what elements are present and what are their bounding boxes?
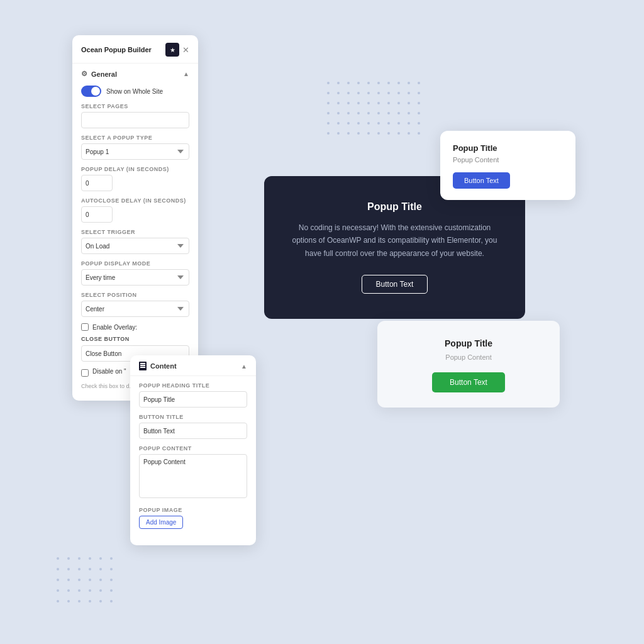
popup-delay-label: POPUP DELAY (IN SECONDS) (81, 166, 189, 172)
white-popup-bottom-content: Popup Content (395, 353, 542, 361)
general-panel: Ocean Popup Builder ★ ✕ ⚙ General ▲ Show… (72, 35, 198, 401)
popup-image-field: POPUP IMAGE Add Image (139, 507, 247, 529)
general-section-header: ⚙ General ▲ (72, 64, 198, 83)
dot-pattern-top-right: (function(){ const c = document.currentS… (327, 82, 424, 138)
content-panel-body: POPUP HEADING TITLE BUTTON TITLE POPUP C… (130, 379, 256, 529)
white-popup-top-content: Popup Content (453, 156, 563, 164)
show-whole-site-toggle[interactable] (81, 86, 101, 97)
white-popup-top: Popup Title Popup Content Button Text (440, 131, 575, 200)
disable-label: Disable on " (92, 368, 126, 375)
general-title: General (91, 70, 117, 78)
general-section-title: ⚙ General (81, 70, 117, 78)
add-image-button[interactable]: Add Image (139, 516, 183, 529)
autoclose-delay-label: AUTOCLOSE DELAY (IN SECONDS) (81, 197, 189, 204)
popup-image-label: POPUP IMAGE (139, 507, 247, 513)
position-field: SELECT POSITION Center Top Left Top Righ… (81, 292, 189, 317)
star-button[interactable]: ★ (165, 43, 179, 57)
close-button-label: CLOSE BUTTON (81, 336, 189, 342)
popup-content-label: POPUP CONTENT (139, 445, 247, 452)
dark-popup-title: Popup Title (287, 201, 502, 213)
display-mode-label: POPUP DISPLAY MODE (81, 260, 189, 267)
button-title-label: BUTTON TITLE (139, 414, 247, 420)
heading-title-input[interactable] (139, 391, 247, 408)
autoclose-delay-field: AUTOCLOSE DELAY (IN SECONDS) (81, 197, 189, 223)
trigger-select[interactable]: On Load On Scroll On Click (81, 238, 189, 254)
app-brand: Ocean Popup Builder (81, 46, 152, 53)
content-title: Content (150, 362, 177, 370)
popup-delay-input[interactable] (81, 175, 113, 191)
position-label: SELECT POSITION (81, 292, 189, 298)
popup-content-field: POPUP CONTENT Popup Content (139, 445, 247, 501)
close-button[interactable]: ✕ (182, 46, 189, 54)
select-pages-input[interactable] (81, 112, 189, 128)
autoclose-delay-input[interactable] (81, 206, 113, 223)
dark-popup-button[interactable]: Button Text (362, 275, 428, 294)
heading-title-label: POPUP HEADING TITLE (139, 382, 247, 389)
show-whole-site-label: Show on Whole Site (106, 88, 163, 95)
enable-overlay-row: Enable Overlay: (81, 323, 189, 331)
white-popup-bottom: Popup Title Popup Content Button Text (377, 321, 560, 408)
white-popup-top-title: Popup Title (453, 143, 563, 153)
popup-content-textarea[interactable]: Popup Content (139, 454, 247, 498)
button-title-field: BUTTON TITLE (139, 414, 247, 439)
display-mode-field: POPUP DISPLAY MODE Every time Once Once … (81, 260, 189, 286)
popup-type-label: SELECT A POPUP TYPE (81, 135, 189, 141)
trigger-label: SELECT TRIGGER (81, 229, 189, 235)
white-popup-bottom-button[interactable]: Button Text (432, 372, 505, 392)
gear-icon: ⚙ (81, 70, 87, 78)
popup-delay-field: POPUP DELAY (IN SECONDS) (81, 166, 189, 191)
enable-overlay-checkbox[interactable] (81, 323, 89, 331)
disable-checkbox[interactable] (81, 369, 89, 377)
select-pages-field: Select Pages (81, 103, 189, 128)
star-icon: ★ (170, 47, 175, 53)
display-mode-select[interactable]: Every time Once Once a day (81, 269, 189, 286)
show-whole-site-row: Show on Whole Site (81, 86, 189, 97)
white-popup-top-button[interactable]: Button Text (453, 172, 510, 189)
enable-overlay-label: Enable Overlay: (92, 324, 137, 331)
dot-pattern-bottom-left: (function(){ const c = document.currentS… (57, 557, 116, 606)
button-title-input[interactable] (139, 423, 247, 439)
position-select[interactable]: Center Top Left Top Right Bottom Left Bo… (81, 301, 189, 317)
white-popup-bottom-title: Popup Title (395, 338, 542, 348)
chevron-up-icon[interactable]: ▲ (183, 70, 189, 77)
panel-title-area: Ocean Popup Builder (81, 46, 152, 53)
content-section-title: Content (139, 362, 177, 370)
content-section-header: Content ▲ (130, 355, 256, 376)
heading-title-field: POPUP HEADING TITLE (139, 382, 247, 408)
select-pages-label: Select Pages (81, 103, 189, 109)
content-icon (139, 362, 147, 370)
content-chevron-up-icon[interactable]: ▲ (241, 363, 247, 370)
popup-type-select[interactable]: Popup 1 Popup 2 Popup 3 (81, 143, 189, 160)
close-icon: ✕ (182, 45, 189, 55)
trigger-field: SELECT TRIGGER On Load On Scroll On Clic… (81, 229, 189, 254)
panel-header: Ocean Popup Builder ★ ✕ (72, 35, 198, 64)
content-panel: Content ▲ POPUP HEADING TITLE BUTTON TIT… (130, 355, 256, 545)
popup-type-field: SELECT A POPUP TYPE Popup 1 Popup 2 Popu… (81, 135, 189, 160)
dark-popup-content: No coding is necessary! With the extensi… (287, 221, 502, 260)
general-panel-body: Show on Whole Site Select Pages SELECT A… (72, 83, 198, 391)
